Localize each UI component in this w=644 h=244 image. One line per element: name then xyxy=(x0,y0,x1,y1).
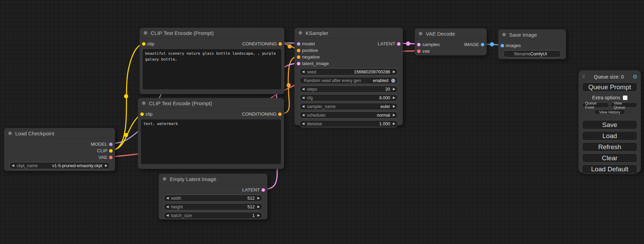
slot-label: LATENT xyxy=(378,41,395,46)
node-title: CLIP Text Encode (Prompt) xyxy=(149,100,212,106)
prompt-text-area[interactable]: beautiful scenery nature glass bottle la… xyxy=(143,49,281,89)
node-title-bar[interactable]: Save Image xyxy=(498,29,566,40)
node-title-bar[interactable]: KSampler xyxy=(294,28,403,38)
latent-output-slot[interactable] xyxy=(397,42,400,46)
positive-input-slot[interactable] xyxy=(297,49,300,52)
conditioning-output-slot[interactable] xyxy=(279,42,282,46)
filename-prefix-widget[interactable]: filename_prefix ComfyUI xyxy=(503,50,561,57)
view-queue-button[interactable]: View Queue xyxy=(611,102,638,108)
load-button[interactable]: Load xyxy=(582,131,637,141)
decrement-icon[interactable]: ◀ xyxy=(302,96,305,99)
collapse-dot-icon[interactable] xyxy=(144,31,147,35)
decrement-icon[interactable]: ◀ xyxy=(302,114,305,117)
slot-label: vae xyxy=(422,48,430,54)
node-title: Load Checkpoint xyxy=(15,130,54,136)
clip-output-slot[interactable] xyxy=(109,149,113,153)
random-seed-toggle-widget[interactable]: Random seed after every gen enabled xyxy=(299,77,398,84)
vae-output-slot[interactable] xyxy=(109,156,113,159)
clip-input-slot[interactable] xyxy=(142,42,145,46)
model-output-slot[interactable] xyxy=(109,143,113,146)
link-midpoint-dot[interactable] xyxy=(124,94,128,98)
node-title-bar[interactable]: CLIP Text Encode (Prompt) xyxy=(140,28,284,38)
image-output-slot[interactable] xyxy=(481,43,484,46)
slot-label: MODEL xyxy=(91,142,107,147)
decrement-icon[interactable]: ◀ xyxy=(12,164,14,167)
settings-gear-icon[interactable]: ⚙ xyxy=(633,74,637,80)
toggle-knob-icon[interactable] xyxy=(391,79,395,83)
images-input-slot[interactable] xyxy=(501,44,504,47)
latent-image-input-slot[interactable] xyxy=(297,62,300,65)
samples-input-slot[interactable] xyxy=(417,43,421,46)
decrement-icon[interactable]: ◀ xyxy=(166,205,169,208)
collapse-dot-icon[interactable] xyxy=(502,33,506,36)
width-widget[interactable]: ◀ width 512 ▶ xyxy=(164,195,263,202)
node-canvas[interactable]: CLIP Text Encode (Prompt) clip CONDITION… xyxy=(0,0,644,244)
slot-label: images xyxy=(506,43,521,48)
steps-widget[interactable]: ◀ steps 20 ▶ xyxy=(299,85,398,93)
denoise-widget[interactable]: ◀ denoise 1.000 ▶ xyxy=(299,120,398,127)
node-title-bar[interactable]: Empty Latent Image xyxy=(159,174,267,184)
scheduler-widget[interactable]: ◀ scheduler normal ▶ xyxy=(299,111,398,119)
collapse-dot-icon[interactable] xyxy=(8,132,12,135)
node-vae-decode: VAE Decode samples IMAGE vae xyxy=(415,28,487,55)
decrement-icon[interactable]: ◀ xyxy=(302,70,305,73)
node-load-checkpoint: Load Checkpoint MODEL CLIP VAE ◀ ckpt_na… xyxy=(4,128,115,171)
load-default-button[interactable]: Load Default xyxy=(582,164,637,174)
increment-icon[interactable]: ▶ xyxy=(257,205,260,208)
extra-options-checkbox[interactable] xyxy=(623,96,627,100)
latent-output-slot[interactable] xyxy=(262,188,265,192)
slot-label: model xyxy=(302,41,315,46)
cfg-widget[interactable]: ◀ cfg 8.000 ▶ xyxy=(299,94,398,101)
increment-icon[interactable]: ▶ xyxy=(393,122,395,125)
node-clip-text-encode-positive: CLIP Text Encode (Prompt) clip CONDITION… xyxy=(140,28,284,94)
view-history-button[interactable]: View History xyxy=(594,109,625,115)
decrement-icon[interactable]: ◀ xyxy=(166,197,169,200)
link-midpoint-dot[interactable] xyxy=(286,83,291,87)
queue-prompt-button[interactable]: Queue Prompt xyxy=(582,82,637,92)
save-button[interactable]: Save xyxy=(582,120,637,129)
decrement-icon[interactable]: ◀ xyxy=(302,88,305,91)
clip-input-slot[interactable] xyxy=(140,112,144,116)
refresh-button[interactable]: Refresh xyxy=(582,142,637,152)
collapse-dot-icon[interactable] xyxy=(299,31,302,35)
node-title: Empty Latent Image xyxy=(170,176,216,182)
model-input-slot[interactable] xyxy=(297,42,300,46)
slot-label: clip xyxy=(147,41,154,46)
slot-label: clip xyxy=(145,111,152,117)
collapse-dot-icon[interactable] xyxy=(163,177,166,181)
increment-icon[interactable]: ▶ xyxy=(393,105,395,108)
increment-icon[interactable]: ▶ xyxy=(393,70,395,73)
link-midpoint-dot[interactable] xyxy=(490,42,494,46)
negative-input-slot[interactable] xyxy=(297,55,300,59)
node-title-bar[interactable]: Load Checkpoint xyxy=(4,128,115,139)
link-midpoint-dot[interactable] xyxy=(406,42,410,46)
batch-size-widget[interactable]: ◀ batch_size 1 ▶ xyxy=(164,212,263,219)
slot-label: positive xyxy=(302,48,318,53)
node-title-bar[interactable]: CLIP Text Encode (Prompt) xyxy=(138,98,284,109)
collapse-dot-icon[interactable] xyxy=(142,101,145,105)
conditioning-output-slot[interactable] xyxy=(278,112,282,116)
increment-icon[interactable]: ▶ xyxy=(105,164,107,167)
increment-icon[interactable]: ▶ xyxy=(393,88,395,91)
link-midpoint-dot[interactable] xyxy=(288,44,292,48)
node-ksampler: KSampler model LATENT positive negative … xyxy=(294,28,403,125)
sampler-name-widget[interactable]: ◀ sampler_name euler ▶ xyxy=(299,103,398,110)
increment-icon[interactable]: ▶ xyxy=(393,114,395,117)
queue-front-button[interactable]: Queue Front xyxy=(582,102,609,108)
decrement-icon[interactable]: ◀ xyxy=(302,122,305,125)
node-title-bar[interactable]: VAE Decode xyxy=(415,28,487,39)
decrement-icon[interactable]: ◀ xyxy=(166,214,169,217)
increment-icon[interactable]: ▶ xyxy=(257,214,260,217)
clear-button[interactable]: Clear xyxy=(582,153,637,163)
vae-input-slot[interactable] xyxy=(417,49,421,53)
increment-icon[interactable]: ▶ xyxy=(257,197,260,200)
ckpt-name-widget[interactable]: ◀ ckpt_name v1-5-pruned-emaonly.ckpt ▶ xyxy=(9,162,110,169)
link-midpoint-dot[interactable] xyxy=(124,133,128,137)
increment-icon[interactable]: ▶ xyxy=(393,96,395,99)
height-widget[interactable]: ◀ height 512 ▶ xyxy=(164,203,263,210)
seed-widget[interactable]: ◀ seed 156680208700286 ▶ xyxy=(299,68,398,75)
drag-handle-icon[interactable]: ⠿ xyxy=(582,74,585,79)
decrement-icon[interactable]: ◀ xyxy=(302,105,305,108)
collapse-dot-icon[interactable] xyxy=(419,32,422,35)
prompt-text-area[interactable]: text, watermark xyxy=(141,119,281,164)
